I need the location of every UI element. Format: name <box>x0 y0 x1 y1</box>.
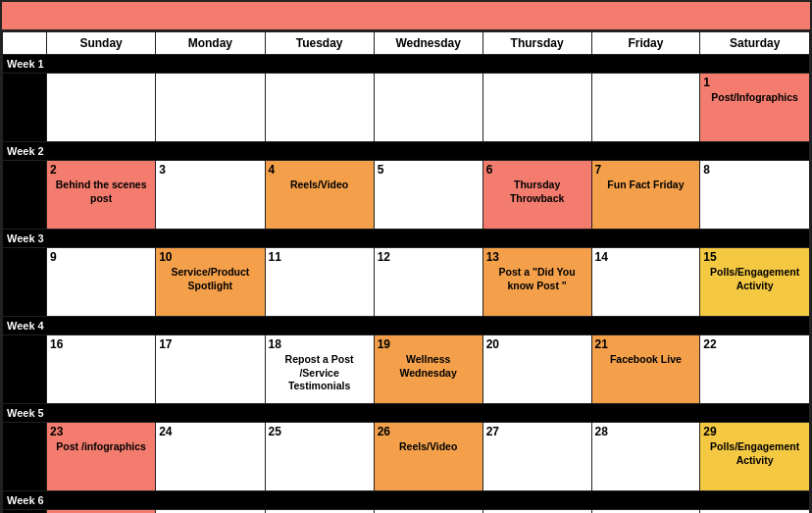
day-number: 26 <box>378 425 480 438</box>
day-number: 16 <box>50 337 152 351</box>
day-cell: 9 <box>47 248 156 317</box>
day-cell <box>374 74 482 142</box>
day-cell: 7Fun Fact Friday <box>591 161 700 230</box>
day-cell: 17 <box>156 335 265 404</box>
week-content-row: 30Recap the highlights for the month31 <box>3 510 810 514</box>
day-number: 14 <box>595 250 697 264</box>
day-content: Service/Product Spotlight <box>159 266 261 292</box>
day-cell: 20 <box>482 335 591 404</box>
day-cell <box>265 510 374 514</box>
week-label: Week 6 <box>3 491 810 510</box>
day-cell <box>47 74 156 142</box>
day-number: 27 <box>486 425 588 438</box>
week-content-row: 23Post /infographics242526Reels/Video272… <box>3 423 810 491</box>
day-cell: 26Reels/Video <box>374 423 482 491</box>
day-cell: 11 <box>265 248 374 317</box>
day-cell: 22 <box>700 335 810 404</box>
day-number: 6 <box>486 163 588 177</box>
day-number: 1 <box>703 76 806 89</box>
day-content: Post /infographics <box>50 440 152 454</box>
day-header-wednesday: Wednesday <box>374 32 482 55</box>
week-label: Week 4 <box>3 317 810 335</box>
day-cell: 5 <box>374 161 482 230</box>
day-content: Behind the scenes post <box>50 179 152 205</box>
week-spacer <box>3 161 47 230</box>
day-content: Post/Infographics <box>703 91 806 105</box>
day-number: 11 <box>269 250 371 264</box>
day-cell <box>482 510 591 514</box>
day-content: Thursday Throwback <box>486 179 588 205</box>
day-number: 4 <box>269 163 371 177</box>
day-number: 2 <box>50 163 152 177</box>
week-label-row: Week 2 <box>3 142 810 161</box>
week-label-row: Week 3 <box>3 230 810 248</box>
week-label: Week 3 <box>3 230 810 248</box>
day-number: 15 <box>703 250 806 264</box>
day-number: 17 <box>159 337 261 351</box>
week-label: Week 1 <box>3 55 810 74</box>
day-number: 19 <box>378 337 480 351</box>
week-spacer <box>3 335 47 404</box>
week-label-row: Week 1 <box>3 55 810 74</box>
day-cell: 27 <box>482 423 591 491</box>
day-number: 9 <box>50 250 152 264</box>
day-number: 13 <box>486 250 588 264</box>
day-cell <box>482 74 591 142</box>
day-cell: 30Recap the highlights for the month <box>47 510 156 514</box>
day-cell: 19Wellness Wednesday <box>374 335 482 404</box>
day-content: Polls/Engagement Activity <box>703 440 806 467</box>
week-label-row: Week 4 <box>3 317 810 335</box>
day-number: 29 <box>703 425 806 438</box>
day-number: 25 <box>269 425 371 438</box>
week-content-row: 1Post/Infographics <box>3 74 810 142</box>
day-number: 12 <box>378 250 480 264</box>
day-cell: 14 <box>591 248 700 317</box>
day-cell: 10Service/Product Spotlight <box>156 248 265 317</box>
day-cell: 25 <box>265 423 374 491</box>
day-cell: 4Reels/Video <box>265 161 374 230</box>
day-cell: 23Post /infographics <box>47 423 156 491</box>
day-content: Polls/Engagement Activity <box>703 266 806 292</box>
day-content: Reels/Video <box>378 440 480 454</box>
week-content-row: 161718Repost a Post /Service Testimonial… <box>3 335 810 404</box>
day-number: 3 <box>159 163 261 177</box>
day-number: 20 <box>486 337 588 351</box>
day-cell: 8 <box>700 161 810 230</box>
day-cell: 16 <box>47 335 156 404</box>
week-spacer <box>3 510 47 514</box>
day-cell: 6Thursday Throwback <box>482 161 591 230</box>
day-header-tuesday: Tuesday <box>265 32 374 55</box>
day-cell <box>700 510 810 514</box>
day-cell: 29Polls/Engagement Activity <box>700 423 810 491</box>
day-content: Post a "Did You know Post " <box>486 266 588 292</box>
week-content-row: 910Service/Product Spotlight111213Post a… <box>3 248 810 317</box>
week-spacer <box>3 423 47 491</box>
day-number: 23 <box>50 425 152 438</box>
day-cell: 13Post a "Did You know Post " <box>482 248 591 317</box>
week-header <box>3 32 47 55</box>
day-cell <box>591 74 700 142</box>
day-cell <box>374 510 482 514</box>
day-number: 18 <box>269 337 371 351</box>
week-label: Week 2 <box>3 142 810 161</box>
calendar-container: SundayMondayTuesdayWednesdayThursdayFrid… <box>0 0 812 513</box>
day-number: 22 <box>703 337 806 351</box>
week-label: Week 5 <box>3 404 810 423</box>
day-number: 7 <box>595 163 697 177</box>
day-number: 10 <box>159 250 261 264</box>
week-spacer <box>3 74 47 142</box>
day-cell: 28 <box>591 423 700 491</box>
day-header-saturday: Saturday <box>700 32 810 55</box>
day-header-sunday: Sunday <box>47 32 156 55</box>
day-cell: 18Repost a Post /Service Testimonials <box>265 335 374 404</box>
day-header-monday: Monday <box>156 32 265 55</box>
day-number: 28 <box>595 425 697 438</box>
day-cell: 12 <box>374 248 482 317</box>
day-cell <box>591 510 700 514</box>
day-content: Facebook Live <box>595 353 697 367</box>
day-cell: 1Post/Infographics <box>700 74 810 142</box>
day-content: Wellness Wednesday <box>378 353 480 380</box>
day-cell: 24 <box>156 423 265 491</box>
day-cell: 3 <box>156 161 265 230</box>
day-content: Fun Fact Friday <box>595 179 697 192</box>
